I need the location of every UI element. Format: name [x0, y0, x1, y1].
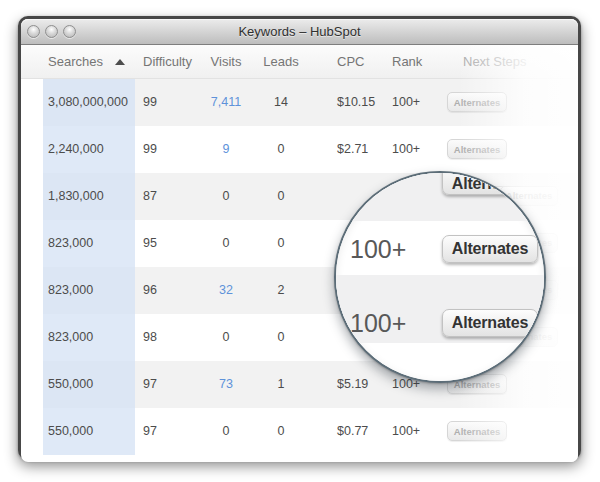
cell-leads: 0 — [251, 173, 311, 220]
table-row[interactable]: 550,00097731$5.19100+Alternates — [21, 361, 578, 408]
magnified-content: Alternates 100+ Alternates 100+ Alternat… — [336, 173, 544, 381]
sort-ascending-icon[interactable] — [115, 59, 125, 65]
cell-leads: 0 — [251, 408, 311, 455]
cell-searches: 823,000 — [43, 267, 135, 314]
cell-next-steps: Alternates — [447, 79, 517, 126]
rank-value-magnified: 100+ — [350, 309, 406, 337]
magnified-row: 100+ Alternates — [336, 309, 544, 337]
magnifier-lens: Alternates 100+ Alternates 100+ Alternat… — [334, 171, 546, 383]
cell-rank: 100+ — [387, 408, 443, 455]
alternates-button[interactable]: Alternates — [447, 92, 507, 112]
column-header-next_steps[interactable]: Next Steps — [447, 45, 567, 79]
cell-searches: 550,000 — [43, 361, 135, 408]
alternates-button-magnified[interactable]: Alternates — [442, 235, 538, 263]
table-row[interactable]: 2,240,0009990$2.71100+Alternates — [21, 126, 578, 173]
cell-leads: 0 — [251, 314, 311, 361]
table-row[interactable]: 3,080,000,000997,41114$10.15100+Alternat… — [21, 79, 578, 126]
window-titlebar[interactable]: Keywords – HubSpot — [21, 19, 578, 45]
column-header-leads[interactable]: Leads — [251, 45, 311, 79]
window-title: Keywords – HubSpot — [21, 24, 578, 39]
close-button[interactable] — [27, 25, 40, 38]
column-header-searches[interactable]: Searches — [43, 45, 135, 79]
cell-searches: 2,240,000 — [43, 126, 135, 173]
cell-rank: 100+ — [387, 126, 443, 173]
cell-rank: 100+ — [387, 79, 443, 126]
app-window: Keywords – HubSpot SearchesDifficultyVis… — [18, 16, 581, 460]
minimize-button[interactable] — [45, 25, 58, 38]
cell-searches: 550,000 — [43, 408, 135, 455]
cell-leads: 0 — [251, 220, 311, 267]
alternates-button[interactable]: Alternates — [447, 421, 507, 441]
traffic-lights — [27, 19, 76, 44]
alternates-button-magnified[interactable]: Alternates — [442, 309, 538, 337]
cell-leads: 1 — [251, 361, 311, 408]
cell-searches: 3,080,000,000 — [43, 79, 135, 126]
page-background: Keywords – HubSpot SearchesDifficultyVis… — [0, 0, 600, 482]
zoom-button[interactable] — [63, 25, 76, 38]
keywords-table: SearchesDifficultyVisitsLeadsCPCRankNext… — [21, 45, 578, 462]
table-row[interactable]: 550,0009700$0.77100+Alternates — [21, 408, 578, 455]
table-header: SearchesDifficultyVisitsLeadsCPCRankNext… — [21, 45, 578, 79]
cell-leads: 2 — [251, 267, 311, 314]
column-header-rank[interactable]: Rank — [387, 45, 443, 79]
cell-searches: 823,000 — [43, 220, 135, 267]
magnified-row: 100+ Alternates — [336, 235, 544, 263]
cell-next-steps: Alternates — [447, 408, 517, 455]
cell-leads: 14 — [251, 79, 311, 126]
cell-searches: 823,000 — [43, 314, 135, 361]
cell-searches: 1,830,000 — [43, 173, 135, 220]
cell-leads: 0 — [251, 126, 311, 173]
alternates-button[interactable]: Alternates — [447, 139, 507, 159]
rank-value-magnified: 100+ — [350, 235, 406, 263]
cell-next-steps: Alternates — [447, 126, 517, 173]
